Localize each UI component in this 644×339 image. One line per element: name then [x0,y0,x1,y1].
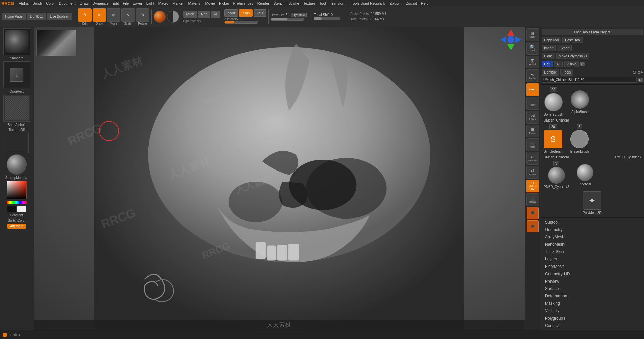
menu-item-zscript[interactable]: Zscript [404,1,419,6]
menu-item-light[interactable]: Light [144,1,156,6]
copy-tool-btn[interactable]: Copy Tool [542,37,561,43]
brush-preview[interactable] [3,28,30,55]
menu-item-movie[interactable]: Movie [203,1,217,6]
thumbnail-box[interactable] [36,30,76,56]
lightbox-rp-btn[interactable]: Lightbox [542,69,559,76]
actual-btn[interactable]: ⊞ Actual [526,56,539,68]
goz-btn[interactable]: GoZ [542,61,553,67]
r-small-btn[interactable]: R [638,78,643,82]
menu-item-zplugin[interactable]: Zplugin [388,1,404,6]
more-btn[interactable]: ⇔ More [526,138,539,151]
load-tools-btn[interactable]: Load Tools From Project [542,29,643,35]
rotate3d-btn[interactable]: ↺ Rotate [526,166,539,179]
menu-item-help[interactable]: Help [419,1,431,6]
orange-icon-1[interactable]: ⬛ [527,207,539,219]
brush-material-preview[interactable] [154,11,166,23]
draw-btn[interactable]: ✏ [93,8,106,22]
lsym-btn[interactable]: ⋈ L.Sym [526,111,539,124]
menu-item-brush[interactable]: Brush [30,1,44,6]
menu-item-macro[interactable]: Macro [156,1,171,6]
paste-tool-btn[interactable]: Paste Tool [562,37,583,43]
timeline-marker[interactable] [3,333,7,337]
menu-item-stroke[interactable]: Stroke [286,1,301,6]
hue-strip[interactable] [7,201,27,204]
zsub-btn[interactable]: Zsub [239,9,253,17]
menu-item-texture[interactable]: Texture [301,1,317,6]
canvas-area[interactable]: 人人素材 RRCG RRCG 人人素材 RRCG 人人素材 RRCG [34,27,525,330]
scale-btn[interactable]: ⤡ [121,8,135,22]
r-btn[interactable]: R [580,62,585,66]
draw-size-slider[interactable] [271,18,304,21]
import-btn[interactable]: Import [542,45,556,51]
zcur-btn[interactable]: Zcur [254,9,266,17]
half-circle-btn[interactable] [167,11,179,23]
tool-item-masking[interactable]: Masking [540,300,644,307]
tool-item-arraymesh[interactable]: ArrayMesh [540,233,644,241]
move-btn[interactable]: ⊕ [107,8,120,22]
zoom-btn[interactable]: 🔍 Zoom [526,42,539,55]
sphere3d-icon[interactable] [577,164,593,181]
tool-item-surface[interactable]: Surface [540,285,644,292]
visible-btn[interactable]: Visible [564,61,579,67]
tool-item-thick-skin[interactable]: Thick Skin [540,248,644,255]
alpha-brush-icon[interactable] [571,90,589,109]
dynamic-btn[interactable]: Dynamic [291,13,307,17]
color-picker[interactable] [7,181,27,199]
menu-item-alpha[interactable]: Alpha [17,1,30,6]
menu-item-render[interactable]: Render [255,1,271,6]
menu-item-draw[interactable]: Draw [78,1,91,6]
simple-brush-icon[interactable]: S [544,130,562,148]
home-page-btn[interactable]: Home Page [2,13,26,20]
focal-shift-slider[interactable] [314,17,340,20]
tool-item-nanomesh[interactable]: NanoMesh [540,241,644,248]
linefill-btn[interactable]: ⊟ Line Fill PolyT [526,180,539,192]
tool-item-deformation[interactable]: Deformation [540,292,644,300]
tool-item-subtool[interactable]: Subtool [540,219,644,226]
tool-item-contact[interactable]: Contact [540,322,644,329]
export-btn[interactable]: Export [557,45,572,51]
menu-item-dynamics[interactable]: Dynamics [90,1,110,6]
m-btn[interactable]: M [211,11,220,18]
zadd-btn[interactable]: Zadd [224,9,238,17]
tool-item-visibility[interactable]: Visibility [540,307,644,314]
tool-item-polygroups[interactable]: Polygroups [540,314,644,322]
menu-item-picker[interactable]: Picker [217,1,231,6]
tools-rp-btn[interactable]: Tools [560,69,573,76]
scroll-btn[interactable]: ⊕ Scroll [526,28,539,41]
tool-item-geometry[interactable]: Geometry [540,226,644,233]
white-swatch[interactable] [17,206,26,212]
rgb-btn[interactable]: Rgb [198,11,210,18]
aahair-btn[interactable]: ∿ AAHair [526,69,539,82]
menu-item-edit[interactable]: Edit [111,1,121,6]
rotate-btn[interactable]: ↻ [136,8,149,22]
clone-btn[interactable]: Clone [542,53,555,59]
tool-item-geometry-hd[interactable]: Geometry HD [540,270,644,278]
menu-item-tool[interactable]: Tool [317,1,328,6]
polymesh3d-icon[interactable]: ✦ [583,191,601,210]
lightbox-btn[interactable]: LightBox [27,13,46,20]
alternate-btn[interactable]: Alternate [7,224,26,229]
texture-off-preview[interactable] [5,133,29,153]
persp-btn[interactable]: Persp [526,83,539,96]
edit-btn[interactable]: ✎ [78,8,92,22]
menu-item-material[interactable]: Material [186,1,203,6]
menu-item-marker[interactable]: Marker [170,1,186,6]
bone-alpha-preview[interactable] [3,95,30,122]
nav-cube[interactable] [507,36,514,43]
mrgb-btn[interactable]: Mrgb [183,11,197,18]
all-btn[interactable]: All [554,61,562,67]
make-polymesh-btn[interactable]: Make PolyMesh3D [556,53,589,59]
menu-item-preferences[interactable]: Preferences [231,1,255,6]
tool-item-fibermesh[interactable]: FiberMesh [540,263,644,270]
black-swatch[interactable] [7,206,16,212]
eraser-brush-icon[interactable] [570,130,589,148]
menu-item-color[interactable]: Color [44,1,57,6]
z-intensity-slider[interactable] [224,21,258,24]
material-sphere[interactable] [7,154,27,175]
transp-btn[interactable]: ⬚ Transp [526,193,539,206]
menu-item-file[interactable]: File [121,1,131,6]
floor-btn[interactable]: ⋯ Floor [526,97,539,110]
menu-item-document[interactable]: Document [57,1,77,6]
menu-item-tools-used-regularly[interactable]: Tools Used Regularly [349,1,388,6]
zoom3d-btn[interactable]: ↩ Zoom3D [526,152,539,165]
